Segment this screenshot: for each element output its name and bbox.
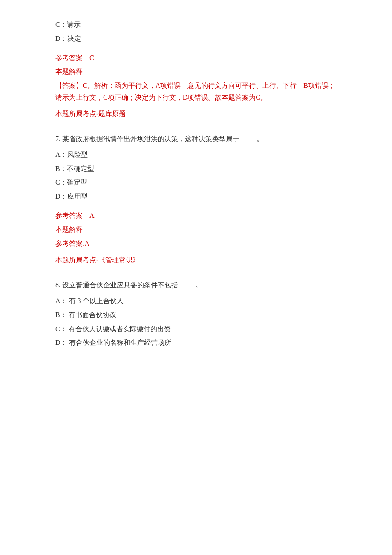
explanation-label-q7: 本题解释： — [55, 224, 337, 236]
ref-answer2-label-q7: 参考答案:A — [55, 238, 337, 250]
option-d-q7: D：应用型 — [55, 191, 337, 203]
option-b-q8: B： 有书面合伙协议 — [55, 309, 337, 321]
option-d-prev: D：决定 — [55, 33, 337, 45]
explanation-text-prev: 【答案】C。解析：函为平行文，A项错误；意见的行文方向可平行、上行、下行，B项错… — [55, 80, 337, 104]
question-8-block: 8. 设立普通合伙企业应具备的条件不包括_____。 A： 有 3 个以上合伙人… — [55, 279, 337, 349]
answer-section-q7: 参考答案：A 本题解释： 参考答案:A 本题所属考点-《管理常识》 — [55, 210, 337, 266]
option-c-q8: C： 有合伙人认缴或者实际缴付的出资 — [55, 323, 337, 335]
answer-section-prev: 参考答案：C 本题解释： 【答案】C。解析：函为平行文，A项错误；意见的行文方向… — [55, 52, 337, 120]
explanation-label-prev: 本题解释： — [55, 66, 337, 78]
option-b-q7: B：不确定型 — [55, 163, 337, 175]
category-label-q7: 本题所属考点-《管理常识》 — [55, 254, 337, 266]
ref-answer-label-prev: 参考答案：C — [55, 52, 337, 64]
option-c-prev: C：请示 — [55, 19, 337, 31]
prev-question-block: C：请示 D：决定 参考答案：C 本题解释： 【答案】C。解析：函为平行文，A项… — [55, 19, 337, 120]
ref-answer-label-q7: 参考答案：A — [55, 210, 337, 222]
option-c-q7: C：确定型 — [55, 176, 337, 189]
option-a-q7: A：风险型 — [55, 149, 337, 161]
question-7-text: 7. 某省政府根据汛情作出炸坝泄洪的决策，这种决策类型属于_____。 — [55, 133, 337, 145]
question-8-text: 8. 设立普通合伙企业应具备的条件不包括_____。 — [55, 279, 337, 292]
option-a-q8: A： 有 3 个以上合伙人 — [55, 295, 337, 307]
category-label-prev: 本题所属考点-题库原题 — [55, 108, 337, 120]
option-d-q8: D： 有合伙企业的名称和生产经营场所 — [55, 337, 337, 349]
question-7-block: 7. 某省政府根据汛情作出炸坝泄洪的决策，这种决策类型属于_____。 A：风险… — [55, 133, 337, 266]
